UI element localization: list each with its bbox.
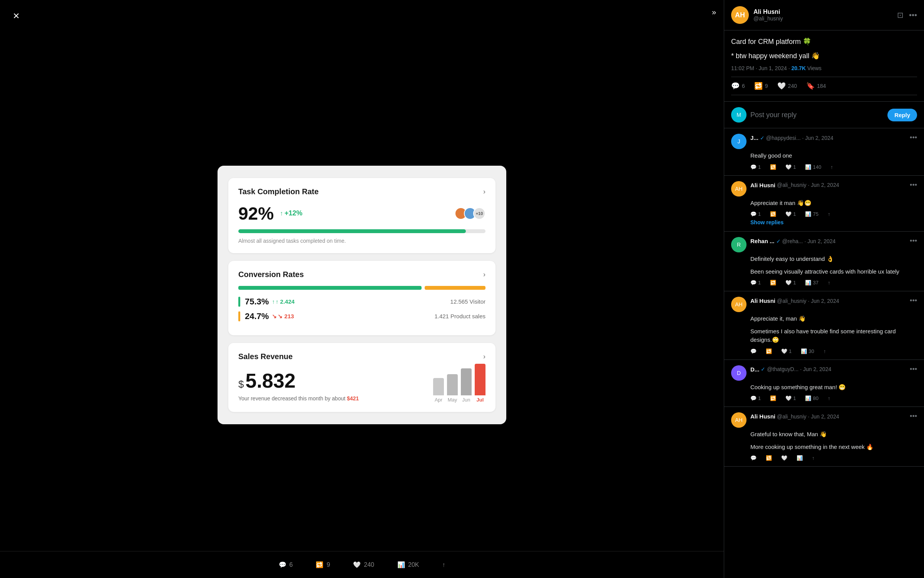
comment-avatar: AH: [731, 297, 747, 312]
author-actions: ⊡ •••: [897, 10, 917, 20]
avatar-more: +10: [473, 207, 485, 220]
comment-share-action[interactable]: ↑: [830, 164, 833, 170]
comment-more-icon[interactable]: •••: [910, 297, 917, 305]
comment-share-action[interactable]: ↑: [824, 348, 826, 354]
stat-bookmark-icon: 🔖: [806, 82, 815, 90]
verified-badge: ✓: [760, 135, 765, 141]
stat-likes[interactable]: 🤍 240: [777, 82, 797, 90]
comment-actions: 💬 🔁 🤍1 📊30 ↑: [750, 348, 917, 354]
comment-retweet-action[interactable]: 🔁: [770, 395, 776, 401]
tweet-meta: 11:02 PM · Jun 1, 2024 · 20.7K Views: [731, 65, 917, 71]
comment-retweet-action[interactable]: 🔁: [766, 348, 772, 354]
comment-share-action[interactable]: ↑: [828, 280, 830, 286]
comment-name: J...: [750, 134, 758, 141]
conv-visitors-1: 12.565 Visitor: [450, 298, 485, 305]
comment-like-action[interactable]: 🤍1: [785, 211, 796, 217]
stat-bookmarks[interactable]: 🔖 184: [806, 82, 826, 90]
comment-reply-action[interactable]: 💬1: [750, 280, 761, 286]
reply-placeholder-text[interactable]: Post your reply: [750, 111, 884, 119]
reply-button[interactable]: Reply: [887, 109, 917, 121]
card-preview: Task Completion Rate › 92% ↑+12% +10 Alm…: [218, 166, 506, 424]
avatar-group: +10: [455, 207, 485, 220]
bottom-comments[interactable]: 💬 6: [279, 561, 293, 568]
reply-input-area: M Post your reply Reply: [724, 102, 924, 128]
task-widget-title: Task Completion Rate: [238, 187, 319, 196]
comment-more-icon[interactable]: •••: [910, 412, 917, 420]
stat-retweets[interactable]: 🔁 9: [754, 82, 768, 90]
comment-more-icon[interactable]: •••: [910, 237, 917, 245]
comment-handle: @reha...: [782, 238, 803, 244]
bar-may: May: [447, 374, 458, 403]
comment-name: Ali Husni: [750, 182, 775, 188]
comment-reply-action[interactable]: 💬1: [750, 395, 761, 401]
expand-button[interactable]: »: [712, 8, 716, 17]
comment-meta-row: J... ✓ @happydesi... · Jun 2, 2024 •••: [750, 134, 917, 142]
comment-retweet-action[interactable]: 🔁: [770, 280, 776, 286]
conv-indicator-green: [238, 297, 240, 307]
bookmark-icon[interactable]: ⊡: [897, 10, 904, 20]
comment-views-action: 📊: [797, 455, 803, 461]
sales-revenue-widget: Sales Revenue › $ 5.832 Your revenue dec…: [228, 343, 495, 412]
comment-text-2: Sometimes I also have trouble find some …: [750, 327, 917, 344]
author-info: Ali Husni @ali_husniy: [753, 8, 783, 22]
comment-text-2: More cooking up something in the next we…: [750, 443, 917, 452]
author-left: AH Ali Husni @ali_husniy: [731, 6, 783, 24]
comment-text: Really good one: [750, 151, 917, 160]
comment-share-action[interactable]: ↑: [828, 211, 830, 217]
sales-number-value: 5.832: [245, 371, 295, 391]
comment-name: Ali Husni: [750, 297, 775, 304]
bottom-bar: 💬 6 🔁 9 🤍 240 📊 20K ↑: [0, 551, 724, 578]
reply-user-avatar: M: [731, 107, 747, 123]
comment-actions: 💬1 🔁 🤍1 📊80 ↑: [750, 395, 917, 401]
comment-share-action[interactable]: ↑: [812, 455, 815, 461]
comment-retweet-action[interactable]: 🔁: [770, 211, 776, 217]
close-button[interactable]: ✕: [8, 8, 25, 25]
author-handle: @ali_husniy: [753, 15, 783, 22]
bottom-retweet-count: 9: [326, 561, 330, 568]
tweet-content-area: Card for CRM platform 🍀 * btw happy week…: [724, 30, 924, 102]
sales-chevron-icon[interactable]: ›: [483, 353, 485, 361]
comment-reply-action[interactable]: 💬1: [750, 164, 761, 170]
comment-handle: @ali_husniy: [777, 298, 806, 304]
task-progress-bar-fill: [238, 229, 466, 233]
more-options-icon[interactable]: •••: [909, 11, 917, 20]
like-icon: 🤍: [353, 561, 361, 568]
comment-like-action[interactable]: 🤍1: [785, 280, 796, 286]
comment-reply-action[interactable]: 💬: [750, 455, 757, 461]
show-replies-button[interactable]: Show replies: [750, 219, 783, 225]
conversion-bars: [238, 286, 485, 290]
comment-retweet-action[interactable]: 🔁: [770, 164, 776, 170]
bottom-likes[interactable]: 🤍 240: [353, 561, 374, 568]
bottom-views[interactable]: 📊 20K: [397, 561, 419, 568]
comment-like-action[interactable]: 🤍: [781, 455, 787, 461]
conv-sales: 1.421 Product sales: [434, 313, 485, 319]
retweet-icon: 🔁: [316, 561, 323, 568]
bottom-share[interactable]: ↑: [442, 561, 445, 568]
comment-more-icon[interactable]: •••: [910, 181, 917, 189]
comment-like-action[interactable]: 🤍1: [781, 348, 792, 354]
comment-name: Rehan ...: [750, 238, 775, 244]
comment-like-action[interactable]: 🤍1: [785, 395, 796, 401]
comment-item: R Rehan ... ✓ @reha... · Jun 2, 2024 •••…: [724, 232, 924, 291]
comment-item: AH Ali Husni @ali_husniy · Jun 2, 2024 •…: [724, 407, 924, 467]
comment-actions: 💬1 🔁 🤍1 📊37 ↑: [750, 280, 917, 286]
conv-change-1: ↑↑ 2.424: [272, 298, 295, 305]
stat-comments[interactable]: 💬 6: [731, 82, 745, 90]
comment-like-action[interactable]: 🤍1: [785, 164, 796, 170]
comment-share-action[interactable]: ↑: [828, 395, 830, 401]
conversion-chevron-icon[interactable]: ›: [483, 271, 485, 279]
bar-rect-jun: [461, 368, 472, 395]
task-chevron-icon[interactable]: ›: [483, 188, 485, 196]
comment-avatar: AH: [731, 181, 747, 197]
bottom-retweets[interactable]: 🔁 9: [316, 561, 330, 568]
comment-item: AH Ali Husni @ali_husniy · Jun 2, 2024 •…: [724, 176, 924, 232]
conversion-rates-widget: Conversion Rates › 75.3% ↑↑ 2.424 12.565…: [228, 261, 495, 335]
stat-comment-count: 6: [742, 83, 745, 89]
comment-retweet-action[interactable]: 🔁: [766, 455, 772, 461]
comment-reply-action[interactable]: 💬1: [750, 211, 761, 217]
comment-more-icon[interactable]: •••: [910, 365, 917, 373]
comment-more-icon[interactable]: •••: [910, 134, 917, 142]
task-progress-bar-bg: [238, 229, 485, 233]
comment-reply-action[interactable]: 💬: [750, 348, 757, 354]
sidebar: AH Ali Husni @ali_husniy ⊡ ••• Card for …: [724, 0, 924, 578]
